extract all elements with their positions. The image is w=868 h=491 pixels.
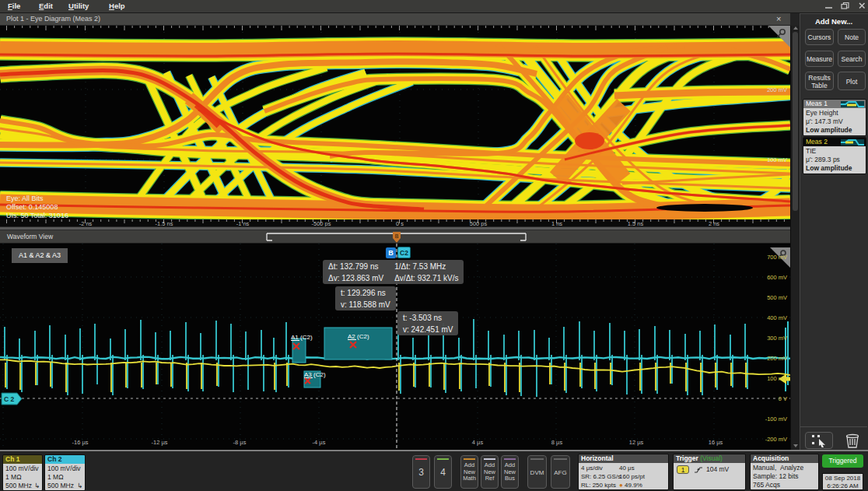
- svg-text:16 µs: 16 µs: [709, 439, 723, 446]
- svg-text:UIs: 50 Total: 31016: UIs: 50 Total: 31016: [6, 212, 68, 219]
- svg-text:-8 µs: -8 µs: [233, 439, 247, 446]
- svg-text:-200 mV: -200 mV: [765, 436, 787, 443]
- svg-text:100 mV: 100 mV: [767, 156, 787, 163]
- svg-text:A3 (C2): A3 (C2): [304, 371, 326, 378]
- svg-text:-100 mV: -100 mV: [765, 416, 787, 423]
- svg-text:C 2: C 2: [4, 395, 15, 403]
- svg-text:0 V: 0 V: [779, 395, 787, 402]
- svg-text:700 mV: 700 mV: [767, 254, 787, 261]
- svg-text:1.5 ns: 1.5 ns: [628, 220, 644, 226]
- svg-text:B: B: [395, 233, 399, 239]
- svg-text:500 ps: 500 ps: [470, 220, 488, 226]
- svg-text:-1.5 ns: -1.5 ns: [156, 220, 173, 226]
- svg-text:A2 (C2): A2 (C2): [348, 333, 369, 340]
- svg-text:200 mV: 200 mV: [767, 355, 787, 362]
- svg-text:-16 µs: -16 µs: [72, 439, 89, 446]
- svg-text:-1 ns: -1 ns: [236, 220, 250, 226]
- svg-text:Eye: All Bits: Eye: All Bits: [6, 195, 44, 202]
- svg-text:200 mV: 200 mV: [767, 86, 787, 93]
- svg-text:4 µs: 4 µs: [472, 439, 484, 446]
- svg-text:Offset: 0.145008: Offset: 0.145008: [6, 203, 58, 211]
- svg-text:400 mV: 400 mV: [767, 314, 787, 321]
- svg-text:8 µs: 8 µs: [551, 439, 563, 446]
- svg-text:-12 µs: -12 µs: [152, 439, 168, 446]
- svg-text:A1 (C2): A1 (C2): [291, 334, 313, 341]
- svg-text:1 ns: 1 ns: [551, 220, 562, 226]
- svg-text:600 mV: 600 mV: [767, 274, 787, 281]
- svg-text:500 mV: 500 mV: [767, 294, 787, 301]
- svg-text:-2 ns: -2 ns: [79, 220, 93, 226]
- svg-text:12 µs: 12 µs: [629, 439, 644, 446]
- svg-text:-4 µs: -4 µs: [313, 439, 326, 446]
- svg-text:-500 ps: -500 ps: [311, 220, 331, 226]
- svg-text:0 s: 0 s: [396, 220, 404, 226]
- svg-text:300 mV: 300 mV: [767, 335, 787, 342]
- svg-text:2 ns: 2 ns: [709, 220, 719, 226]
- svg-text:100 mV: 100 mV: [767, 375, 787, 382]
